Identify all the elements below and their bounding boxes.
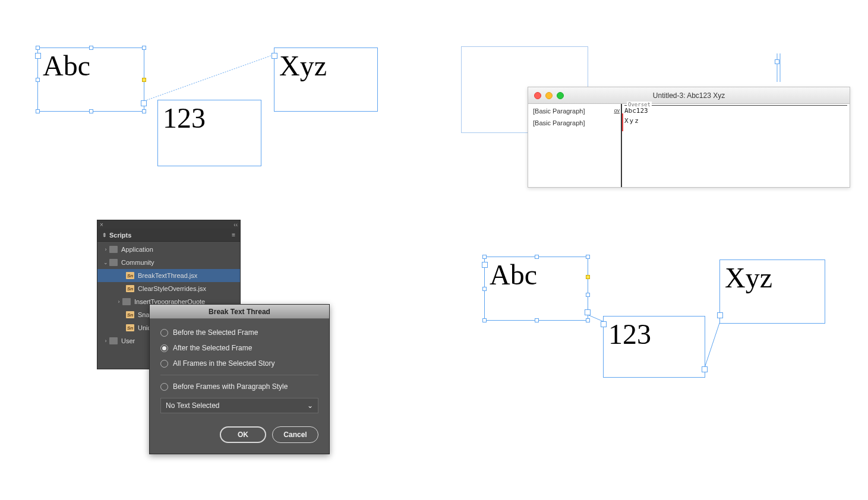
radio-icon[interactable] — [160, 329, 168, 337]
resize-handle-icon[interactable] — [535, 318, 539, 322]
resize-handle-icon[interactable] — [36, 109, 40, 113]
option-label: Before the Selected Frame — [173, 328, 258, 337]
close-icon[interactable]: × — [100, 221, 103, 228]
tree-folder-application[interactable]: › Application — [97, 243, 240, 256]
story-editor-area: Untitled-3: Abc123 Xyz [Basic Paragraph]… — [461, 46, 850, 189]
ok-button[interactable]: OK — [220, 426, 266, 443]
resize-handle-icon[interactable] — [535, 255, 539, 259]
resize-handle-icon[interactable] — [482, 318, 487, 322]
threaded-frames-after: Abc 123 Xyz — [484, 257, 841, 387]
in-port-icon[interactable] — [35, 53, 41, 59]
story-line: Xyz — [624, 117, 847, 125]
resize-handle-icon[interactable] — [36, 46, 40, 50]
resize-handle-icon[interactable] — [89, 109, 93, 113]
paragraph-style-dropdown[interactable]: No Text Selected ⌄ — [160, 398, 318, 413]
frame-text: Xyz — [720, 260, 825, 295]
titlebar[interactable]: Untitled-3: Abc123 Xyz — [528, 87, 850, 104]
tree-script-clear[interactable]: Sn ClearStyleOverrides.jsx — [97, 282, 240, 295]
radio-icon[interactable] — [160, 360, 168, 368]
cancel-button[interactable]: Cancel — [272, 426, 318, 443]
chevron-down-icon: ⌄ — [307, 401, 313, 410]
tree-label: Application — [121, 246, 153, 253]
resize-handle-icon[interactable] — [482, 287, 487, 291]
in-port-icon[interactable] — [601, 321, 607, 327]
override-column: ov — [610, 104, 622, 187]
radio-icon[interactable] — [160, 383, 168, 391]
out-port-icon[interactable] — [585, 309, 591, 315]
in-port-icon[interactable] — [717, 312, 723, 318]
out-port-icon[interactable] — [702, 366, 708, 372]
resize-handle-icon[interactable] — [586, 293, 590, 297]
tree-script-break[interactable]: Sn BreakTextThread.jsx — [97, 269, 240, 282]
option-after-selected[interactable]: After the Selected Frame — [160, 344, 318, 352]
script-icon: Sn — [126, 272, 134, 279]
text-frame-c[interactable]: Xyz — [719, 260, 825, 324]
resize-handle-icon[interactable] — [586, 275, 590, 279]
tree-label: User — [121, 337, 135, 344]
dialog-title: Break Text Thread — [150, 305, 329, 319]
overset-divider: Overset — [624, 105, 847, 106]
text-column[interactable]: Overset Abc123 Xyz — [622, 104, 850, 187]
dialog-buttons: OK Cancel — [150, 417, 329, 454]
option-label: All Frames in the Selected Story — [173, 359, 274, 368]
panel-tab[interactable]: ⇕ Scripts ≡ — [97, 229, 240, 242]
text-frame-a[interactable]: Abc — [484, 257, 588, 321]
resize-handle-icon[interactable] — [482, 255, 487, 259]
divider — [160, 375, 318, 375]
in-port-icon[interactable] — [272, 53, 277, 59]
collapse-icon[interactable]: ‹‹ — [233, 221, 238, 228]
option-label: After the Selected Frame — [173, 344, 252, 352]
frame-text: 123 — [604, 317, 705, 352]
option-before-para-style[interactable]: Before Frames with Paragraph Style — [160, 382, 318, 391]
script-icon: Sn — [126, 285, 134, 292]
tree-label: Community — [121, 259, 154, 266]
para-style-label: [Basic Paragraph] — [533, 107, 605, 115]
thread-connector-icon — [144, 55, 274, 101]
sort-icon: ⇕ — [102, 232, 107, 238]
frame-text: Abc — [38, 48, 144, 83]
resize-handle-icon[interactable] — [142, 109, 146, 113]
threaded-frames-before: Abc 123 Xyz — [37, 48, 418, 178]
story-line: Abc123 — [624, 107, 847, 115]
window-title: Untitled-3: Abc123 Xyz — [528, 91, 850, 100]
tree-folder-community[interactable]: ⌄ Community — [97, 256, 240, 269]
out-port-icon[interactable] — [141, 100, 147, 106]
story-editor-window[interactable]: Untitled-3: Abc123 Xyz [Basic Paragraph]… — [528, 87, 850, 188]
tree-label: BreakTextThread.jsx — [138, 272, 197, 279]
dropdown-value: No Text Selected — [166, 401, 220, 410]
disclosure-down-icon[interactable]: ⌄ — [102, 260, 109, 265]
folder-icon — [122, 298, 131, 305]
thread-connector-icon — [704, 323, 719, 369]
overset-marker-icon — [622, 113, 623, 131]
folder-icon — [109, 259, 118, 266]
disclosure-right-icon[interactable]: › — [102, 246, 109, 252]
option-all-frames[interactable]: All Frames in the Selected Story — [160, 359, 318, 368]
resize-handle-icon[interactable] — [142, 78, 146, 82]
frame-text: Xyz — [274, 48, 377, 83]
tree-label: ClearStyleOverrides.jsx — [138, 285, 206, 292]
text-frame-b[interactable]: 123 — [603, 316, 705, 378]
resize-handle-icon[interactable] — [89, 46, 93, 50]
scripts-panel-area: × ‹‹ ⇕ Scripts ≡ › Application ⌄ Communi… — [97, 220, 334, 469]
text-frame-b[interactable]: 123 — [157, 100, 261, 166]
radio-icon[interactable] — [160, 344, 168, 352]
text-frame-a[interactable]: Abc — [37, 48, 144, 112]
disclosure-right-icon[interactable]: › — [102, 338, 109, 344]
in-port-icon[interactable] — [482, 262, 488, 268]
resize-handle-icon[interactable] — [36, 78, 40, 82]
frame-text: 123 — [158, 100, 261, 135]
resize-handle-icon[interactable] — [586, 318, 590, 322]
break-text-thread-dialog[interactable]: Break Text Thread Before the Selected Fr… — [149, 304, 330, 454]
option-before-selected[interactable]: Before the Selected Frame — [160, 328, 318, 337]
panel-menu-icon[interactable]: ≡ — [232, 232, 235, 238]
override-indicator: ov — [610, 107, 621, 113]
thread-port-icon[interactable] — [775, 59, 779, 64]
disclosure-right-icon[interactable]: › — [115, 299, 122, 305]
para-style-label: [Basic Paragraph] — [533, 119, 605, 126]
panel-topbar: × ‹‹ — [97, 220, 240, 229]
folder-icon — [109, 337, 118, 344]
text-frame-c[interactable]: Xyz — [274, 48, 378, 112]
resize-handle-icon[interactable] — [586, 255, 590, 259]
resize-handle-icon[interactable] — [142, 46, 146, 50]
folder-icon — [109, 246, 118, 253]
